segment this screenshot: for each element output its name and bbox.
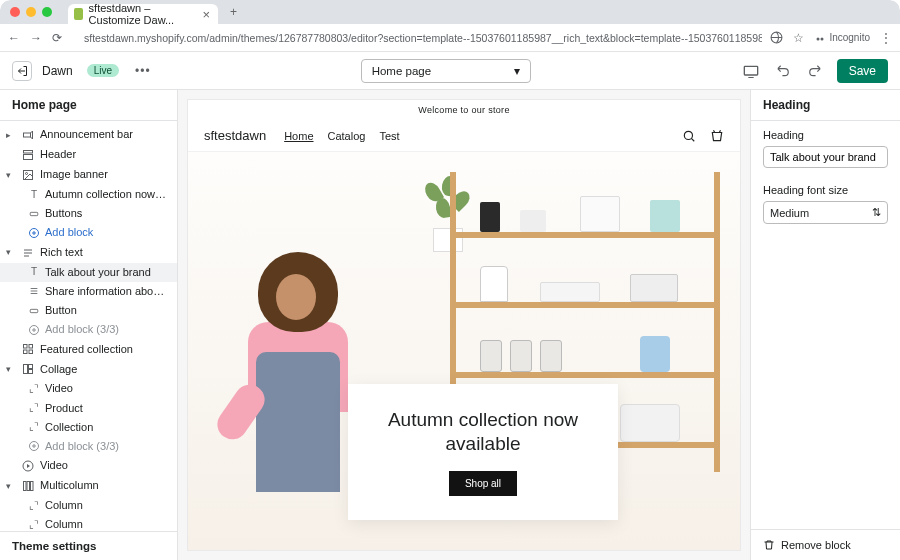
section-collage[interactable]: ▾Collage [0,359,177,379]
block-buttons[interactable]: Buttons [0,204,177,223]
redo-icon[interactable] [805,61,825,81]
block-product-collage[interactable]: ⌞⌝Product [0,399,177,418]
section-rich-text[interactable]: ▾Rich text [0,243,177,263]
svg-rect-3 [744,66,757,75]
svg-rect-17 [24,365,28,374]
close-window-dot[interactable] [10,7,20,17]
image-icon [21,168,35,182]
fontsize-select[interactable]: Medium ⇅ [763,201,888,224]
minimize-window-dot[interactable] [26,7,36,17]
fontsize-value: Medium [770,207,809,219]
settings-panel: Heading Heading Heading font size Medium… [750,90,900,560]
url-input[interactable]: sftestdawn.myshopify.com/admin/themes/12… [74,32,762,44]
add-block-imagebanner[interactable]: Add block [0,223,177,242]
chevron-down-icon: ▾ [514,64,520,78]
nav-link-home[interactable]: Home [284,130,313,142]
svg-rect-11 [30,309,38,312]
block-heading-talk-about[interactable]: TTalk about your brand [0,263,177,282]
chevron-down-icon: ▾ [6,170,16,181]
workspace: Home page ▸Announcement bar Header ▾Imag… [0,90,900,560]
forward-icon[interactable]: → [30,31,44,45]
block-text-share-info[interactable]: Share information about your b... [0,282,177,301]
preview-canvas: Welcome to our store sftestdawn Home Cat… [178,90,750,560]
svg-rect-5 [24,151,33,154]
svg-rect-18 [29,365,33,369]
editor-topbar: Dawn Live ••• Home page ▾ Save [0,52,900,90]
svg-rect-19 [29,370,33,374]
favicon-icon [74,8,83,20]
svg-rect-23 [27,482,30,491]
header-icon [21,148,35,162]
theme-settings-button[interactable]: Theme settings [0,531,177,560]
nav-link-test[interactable]: Test [379,130,399,142]
close-tab-icon[interactable]: × [202,7,210,22]
svg-rect-15 [24,350,28,354]
page-selector[interactable]: Home page ▾ [361,59,531,83]
svg-rect-24 [31,482,34,491]
cart-icon[interactable] [710,129,724,143]
svg-point-8 [26,173,28,175]
svg-rect-16 [29,350,33,354]
button-icon [28,208,40,220]
translate-icon[interactable] [770,31,783,44]
lines-icon [28,285,40,297]
browser-tab[interactable]: sftestdawn – Customize Daw... × [68,4,218,24]
fontsize-field-label: Heading font size [763,184,888,196]
block-icon: ⌞⌝ [28,500,40,512]
block-heading-autumn[interactable]: TAutumn collection now available [0,185,177,204]
block-icon: ⌞⌝ [28,519,40,531]
block-icon: ⌞⌝ [28,421,40,433]
incognito-badge: Incognito [814,32,870,44]
section-video[interactable]: Video [0,456,177,476]
tab-title: sftestdawn – Customize Daw... [89,2,197,26]
add-block-collage-disabled: Add block (3/3) [0,437,177,456]
section-announcement-bar[interactable]: ▸Announcement bar [0,125,177,145]
block-column-1[interactable]: ⌞⌝Column [0,496,177,515]
reload-icon[interactable]: ⟳ [52,31,66,45]
heading-field-label: Heading [763,129,888,141]
section-image-banner[interactable]: ▾Image banner [0,165,177,185]
section-featured-collection[interactable]: Featured collection [0,339,177,359]
menu-icon[interactable]: ⋮ [880,31,892,45]
search-icon[interactable] [682,129,696,143]
collection-icon [21,342,35,356]
back-icon[interactable]: ← [8,31,22,45]
select-chevron-icon: ⇅ [872,206,881,219]
block-icon: ⌞⌝ [28,383,40,395]
storefront-preview[interactable]: Welcome to our store sftestdawn Home Cat… [188,100,740,550]
text-icon [21,246,35,260]
block-collection-collage[interactable]: ⌞⌝Collection [0,418,177,437]
trash-icon [763,539,775,551]
address-bar: ← → ⟳ sftestdawn.myshopify.com/admin/the… [0,24,900,52]
block-column-2[interactable]: ⌞⌝Column [0,515,177,531]
section-multicolumn[interactable]: ▾Multicolumn [0,476,177,496]
play-icon [21,459,35,473]
viewport-toggle-icon[interactable] [741,61,761,81]
site-header: sftestdawn Home Catalog Test [188,120,740,152]
store-logo[interactable]: sftestdawn [204,128,266,143]
svg-rect-22 [24,482,27,491]
nav-link-catalog[interactable]: Catalog [328,130,366,142]
svg-rect-14 [29,345,33,349]
heading-input[interactable] [763,146,888,168]
hero-heading: Autumn collection now available [368,408,598,457]
type-icon: T [28,189,40,201]
save-button[interactable]: Save [837,59,888,83]
svg-rect-4 [24,133,31,137]
undo-icon[interactable] [773,61,793,81]
remove-block-button[interactable]: Remove block [751,529,900,560]
plus-circle-icon [28,440,40,452]
new-tab-icon[interactable]: + [230,5,237,19]
svg-rect-6 [24,155,33,160]
more-actions-icon[interactable]: ••• [135,64,151,78]
block-video-collage[interactable]: ⌞⌝Video [0,379,177,398]
chevron-down-icon: ▾ [6,364,16,375]
svg-point-25 [684,131,692,139]
maximize-window-dot[interactable] [42,7,52,17]
block-button-richtext[interactable]: Button [0,301,177,320]
svg-point-2 [821,37,824,40]
hero-cta-button[interactable]: Shop all [449,471,517,496]
bookmark-icon[interactable]: ☆ [793,31,804,45]
section-header[interactable]: Header [0,145,177,165]
exit-editor-button[interactable] [12,61,32,81]
